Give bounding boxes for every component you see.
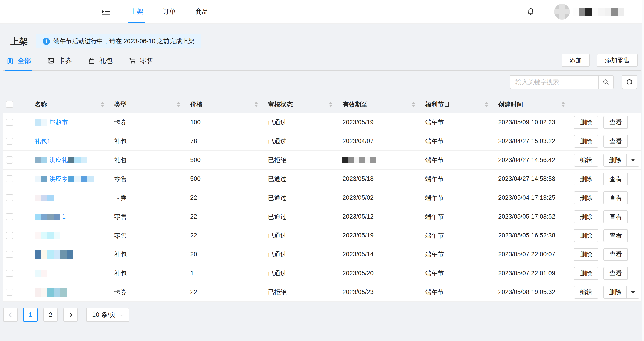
sort-carets[interactable] — [485, 102, 488, 107]
tab-orders[interactable]: 订单 — [162, 0, 177, 23]
actions-cell: 删除查看 — [571, 116, 641, 129]
type-cell: 零售 — [110, 213, 186, 221]
menu-unfold-icon[interactable] — [101, 7, 111, 16]
name-cell: 洪应零 — [25, 175, 110, 183]
page-button-2[interactable]: 2 — [43, 308, 58, 322]
search-button[interactable] — [598, 75, 614, 89]
page-button-1[interactable]: 1 — [23, 308, 38, 322]
add-button[interactable]: 添加 — [562, 54, 590, 67]
table-row: 卡券22已通过2023/05/02端午节2023/05/04 17:13:25删… — [3, 188, 641, 207]
scrollbar-track[interactable] — [642, 0, 644, 341]
censor-block — [359, 157, 364, 163]
row-checkbox[interactable] — [6, 138, 13, 145]
censor-block — [41, 157, 48, 163]
prev-page-button[interactable] — [3, 308, 18, 322]
censor-block — [34, 270, 41, 277]
sort-carets[interactable] — [177, 102, 180, 107]
dropdown-toggle[interactable] — [626, 286, 639, 298]
row-checkbox[interactable] — [6, 251, 13, 258]
row-checkbox[interactable] — [6, 289, 13, 296]
price-cell: 22 — [186, 232, 264, 239]
dropdown-toggle[interactable] — [626, 154, 639, 166]
view-button[interactable]: 查看 — [604, 173, 628, 185]
sort-carets[interactable] — [412, 102, 415, 107]
filter-tab-retail[interactable]: 零售 — [128, 51, 154, 71]
row-checkbox[interactable] — [6, 213, 13, 220]
sort-carets[interactable] — [562, 102, 565, 107]
filter-tab-gift[interactable]: 礼包 — [87, 51, 113, 71]
type-cell: 卡券 — [110, 118, 186, 127]
censor-block — [48, 250, 54, 259]
row-checkbox[interactable] — [6, 156, 13, 164]
delete-button[interactable]: 删除 — [574, 229, 598, 242]
view-button[interactable]: 查看 — [604, 191, 628, 204]
type-cell: 零售 — [110, 175, 186, 183]
caret-up-icon — [101, 102, 104, 104]
type-cell: 礼包 — [110, 269, 186, 278]
table-row: 卡券22已拒绝2023/05/23端午节2023/05/08 19:05:32编… — [3, 283, 641, 302]
festival-cell: 端午节 — [422, 213, 494, 221]
next-page-button[interactable] — [63, 308, 78, 322]
toolbar-buttons: 添加 添加零售 — [562, 51, 638, 70]
row-checkbox[interactable] — [6, 270, 13, 277]
type-cell: 礼包 — [110, 137, 186, 145]
created-time-cell: 2023/04/27 15:03:22 — [494, 138, 571, 145]
sort-carets[interactable] — [254, 102, 258, 107]
delete-button[interactable]: 删除 — [574, 173, 598, 185]
page-size-select[interactable]: 10 条/页 — [86, 308, 129, 322]
delete-button[interactable]: 删除 — [574, 210, 598, 223]
view-button[interactable]: 查看 — [604, 248, 628, 261]
tab-products[interactable]: 商品 — [194, 0, 210, 23]
table-row: 礼包1已通过2023/05/20端午节2023/05/07 22:01:09删除… — [3, 264, 641, 283]
row-checkbox[interactable] — [6, 232, 13, 239]
search-input[interactable] — [510, 75, 598, 89]
edit-button[interactable]: 编辑 — [574, 286, 598, 299]
notification-bell-icon[interactable] — [526, 7, 535, 17]
item-name-link[interactable]: 邝超市 — [49, 118, 68, 127]
select-all-checkbox[interactable] — [6, 101, 13, 108]
delete-dropdown-button[interactable]: 删除 — [604, 286, 640, 299]
row-checkbox[interactable] — [6, 194, 13, 201]
row-checkbox-cell — [3, 119, 25, 126]
edit-button[interactable]: 编辑 — [574, 154, 598, 167]
row-checkbox[interactable] — [6, 119, 13, 126]
price-cell: 1 — [186, 270, 264, 277]
status-cell: 已通过 — [264, 175, 339, 183]
view-button[interactable]: 查看 — [604, 267, 628, 280]
tab-listing[interactable]: 上架 — [129, 0, 144, 23]
delete-button[interactable]: 删除 — [574, 116, 598, 129]
censor-block — [370, 157, 376, 163]
item-name-link[interactable]: 1 — [62, 213, 66, 220]
add-retail-button[interactable]: 添加零售 — [597, 54, 638, 67]
row-checkbox[interactable] — [6, 175, 13, 182]
sort-carets[interactable] — [101, 102, 104, 107]
delete-button[interactable]: 删除 — [574, 135, 598, 148]
name-cell: 洪应礼 — [25, 156, 110, 164]
filter-tab-all[interactable]: 全部 — [6, 51, 32, 71]
delete-button[interactable]: 删除 — [574, 248, 598, 261]
name-censored-blocks — [34, 288, 67, 297]
item-name-link[interactable]: 礼包1 — [34, 137, 50, 145]
caret-up-icon — [329, 102, 332, 104]
delete-button[interactable]: 删除 — [574, 191, 598, 204]
delete-dropdown-button[interactable]: 删除 — [604, 154, 640, 167]
view-button[interactable]: 查看 — [604, 116, 628, 129]
row-checkbox-cell — [3, 138, 25, 145]
festival-cell: 端午节 — [422, 156, 494, 164]
view-button[interactable]: 查看 — [604, 135, 628, 148]
item-name-link[interactable]: 洪应零 — [49, 175, 68, 183]
name-cell — [25, 288, 110, 297]
censor-block — [48, 232, 54, 239]
status-cell: 已通过 — [264, 232, 339, 240]
delete-button[interactable]: 删除 — [574, 267, 598, 280]
censor-block — [54, 214, 60, 220]
item-name-link[interactable]: 洪应礼 — [49, 156, 68, 164]
view-button[interactable]: 查看 — [604, 229, 628, 242]
sort-carets[interactable] — [329, 102, 332, 107]
avatar[interactable] — [554, 4, 570, 19]
view-button[interactable]: 查看 — [604, 210, 628, 223]
filter-tab-coupon-label: 卡券 — [58, 56, 72, 65]
filter-tab-coupon[interactable]: 卡券 — [46, 51, 72, 71]
refresh-button[interactable] — [622, 75, 637, 89]
search-row — [3, 75, 641, 89]
